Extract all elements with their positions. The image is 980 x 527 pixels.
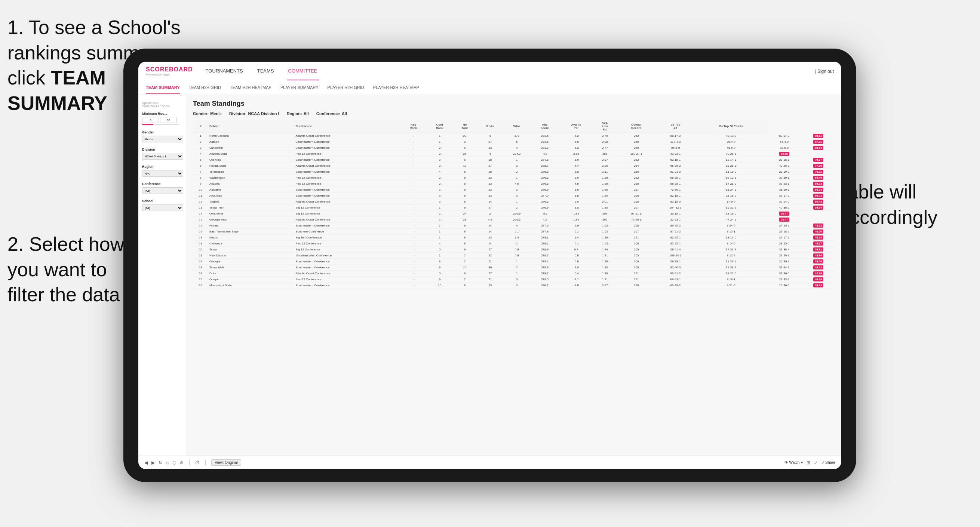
col-conference: Conference (294, 120, 400, 133)
sidebar-filters: Update time: 27/03/2024 16:56:26 Minimum… (138, 95, 187, 456)
table-row: 3VanderbiltSoutheastern Conference-25234… (193, 145, 835, 151)
filter-gender-label: Gender (142, 130, 183, 134)
filter-school-select[interactable]: (All) (142, 205, 183, 211)
table-row: 21New MexicoMountain West Conference-172… (193, 252, 835, 259)
table-row: 25OregonPac-12 Conference-97210279.5-3.1… (193, 276, 835, 283)
filter-max-input[interactable] (160, 117, 177, 123)
update-time: Update time: 27/03/2024 16:56:26 (142, 101, 183, 108)
filter-division: Division NCAA Division I NCAA Division I… (142, 148, 183, 160)
table-row: 16FloridaSoutheastern Conference-7924427… (193, 223, 835, 229)
filter-slider[interactable] (142, 124, 180, 125)
toolbar-forward[interactable]: ▶ (151, 460, 155, 465)
subnav-team-summary[interactable]: TEAM SUMMARY (146, 81, 180, 94)
table-title: Team Standings (193, 100, 835, 108)
nav-bar: SCOREBOARD Powered by clippd TOURNAMENTS… (138, 62, 841, 81)
filter-conference-select[interactable]: (All) ACC SEC Big 12 (142, 187, 183, 194)
table-row: 9ArizonaPac-12 Conference-28234.6276.3-4… (193, 181, 835, 187)
table-row: 10AlabamaSoutheastern Conference-5823327… (193, 187, 835, 193)
col-adj-score: Adj.Score (530, 120, 559, 133)
nav-right: | Sign out (815, 69, 834, 74)
subnav-player-summary[interactable]: PLAYER SUMMARY (280, 81, 318, 94)
col-school: School (208, 120, 294, 133)
logo-sub: Powered by clippd (146, 73, 193, 76)
col-wins: Wins (503, 120, 530, 133)
table-row: 18IllinoisBig Ten Conference-18231.4279.… (193, 235, 835, 241)
subnav-team-h2h-grid[interactable]: TEAM H2H GRID (189, 81, 221, 94)
filter-gender-select[interactable]: Men's Women's (142, 136, 183, 143)
main-content: Update time: 27/03/2024 16:56:26 Minimum… (138, 95, 841, 456)
filter-conference: Conference (All) ACC SEC Big 12 (142, 182, 183, 194)
table-row: 2AuburnSoutheastern Conference-19276273.… (193, 139, 835, 145)
col-no-tour: NoTour (453, 120, 477, 133)
subnav-player-h2h-grid[interactable]: PLAYER H2H GRID (328, 81, 364, 94)
filter-min-input[interactable] (142, 117, 159, 123)
filter-min-rounds-label: Minimum Rou... (142, 112, 183, 116)
col-rnds: Rnds (477, 120, 504, 133)
table-row: 15Georgia TechAtlantic Coast Conference-… (193, 217, 835, 223)
filter-conference-label: Conference (142, 182, 183, 186)
nav-separator: | (815, 69, 816, 74)
logo-area: SCOREBOARD Powered by clippd (146, 66, 193, 76)
filter-min-rounds-row (142, 117, 183, 123)
table-row: 14OklahomaBig 12 Conference-2242276.9-5.… (193, 211, 835, 217)
view-original-button[interactable]: View: Original (211, 459, 241, 466)
filter-region: Region N/A East West (142, 165, 183, 177)
logo-text: SCOREBOARD (146, 66, 193, 73)
sign-out-button[interactable]: Sign out (817, 69, 834, 74)
table-row: 17East Tennessee StateSouthern Conferenc… (193, 229, 835, 235)
table-filters-row: Gender: Men's Division: NCAA Division I … (193, 111, 835, 116)
subnav-player-h2h-heatmap[interactable]: PLAYER H2H HEATMAP (373, 81, 419, 94)
table-row: 13Texas TechBig 12 Conference-19272276.9… (193, 205, 835, 211)
col-vs-top50: Vs Top 50 Points (695, 120, 767, 133)
sub-nav: TEAM SUMMARY TEAM H2H GRID TEAM H2H HEAT… (138, 81, 841, 95)
col-vs-top25: Vs Top25 (656, 120, 695, 133)
table-row: 6Florida StateAtlantic Coast Conference-… (193, 163, 835, 169)
filter-region-select[interactable]: N/A East West (142, 170, 183, 177)
subnav-team-h2h-heatmap[interactable]: TEAM H2H HEATMAP (230, 81, 272, 94)
toolbar-share2[interactable]: ⬡ (172, 460, 176, 465)
slider-fill (142, 124, 153, 125)
filter-gender: Gender Men's Women's (142, 130, 183, 143)
table-row: 22GeorgiaSoutheastern Conference-8721127… (193, 259, 835, 265)
toolbar-sep1 (189, 460, 189, 466)
col-avg-low: Avg.LowRd. (593, 120, 617, 133)
table-row: 20TexasBig 12 Conference-59270.8278.90.7… (193, 247, 835, 252)
watch-button[interactable]: 👁 Watch ▾ (784, 460, 803, 465)
filter-division-select[interactable]: NCAA Division I NCAA Division II NCAA Di… (142, 153, 183, 160)
table-row: 5Ole MissSoutheastern Conference-3618127… (193, 157, 835, 163)
region-filter-chip: Region: All (287, 111, 309, 116)
table-row: 1North CarolinaAtlantic Coast Conference… (193, 133, 835, 139)
share-button[interactable]: ↗ Share (821, 460, 835, 465)
toolbar-refresh[interactable]: ↻ (159, 460, 162, 465)
table-row: 24DukeAtlantic Coast Conference-59271279… (193, 271, 835, 276)
nav-committee[interactable]: COMMITTEE (287, 62, 319, 80)
table-row: 19CaliforniaPac-12 Conference-48242278.2… (193, 241, 835, 247)
filter-region-label: Region (142, 165, 183, 168)
filter-division-label: Division (142, 148, 183, 151)
col-overall: OverallRecord (617, 120, 656, 133)
table-row: 8WashingtonPac-12 Conference-28231276.3-… (193, 175, 835, 181)
gender-filter-chip: Gender: Men's (193, 111, 222, 116)
nav-tournaments[interactable]: TOURNAMENTS (204, 62, 245, 80)
table-row: 12VirginiaAtlantic Coast Conference-3824… (193, 199, 835, 205)
table-row: 4Arizona StatePac-12 Conference-2264274.… (193, 151, 835, 157)
toolbar-sep2 (205, 460, 206, 466)
toolbar-more[interactable]: ⊕ (180, 460, 184, 465)
bottom-toolbar: ◀ ▶ ↻ ⌂ ⬡ ⊕ ⏱ View: Original 👁 Watch ▾ ⊞… (138, 456, 841, 469)
col-avg-par: Avg. toPar (559, 120, 593, 133)
toolbar-home[interactable]: ⌂ (166, 460, 169, 465)
col-rank: # (193, 120, 208, 133)
table-row: 11ArkansasSoutheastern Conference-682332… (193, 193, 835, 199)
col-conf-rank: ConfRank (426, 120, 453, 133)
division-filter-chip: Division: NCAA Division I (229, 111, 279, 116)
nav-teams[interactable]: TEAMS (256, 62, 275, 80)
table-row: 23Texas A&MSoutheastern Conference-91030… (193, 265, 835, 271)
toolbar-expand[interactable]: ⤢ (814, 460, 818, 465)
nav-items: TOURNAMENTS TEAMS COMMITTEE (204, 62, 815, 80)
filter-min-rounds: Minimum Rou... (142, 112, 183, 125)
toolbar-back[interactable]: ◀ (144, 460, 148, 465)
table-row: 7TennesseeSoutheastern Conference-481822… (193, 169, 835, 175)
toolbar-clock[interactable]: ⏱ (195, 460, 200, 465)
conference-filter-chip: Conference: All (316, 111, 347, 116)
toolbar-layout[interactable]: ⊞ (807, 460, 810, 465)
